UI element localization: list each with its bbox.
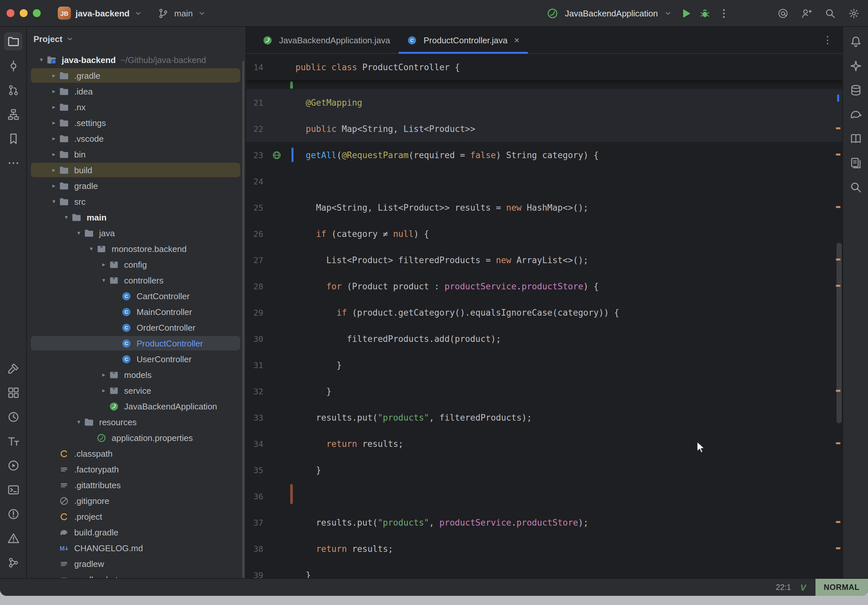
run-configuration-name[interactable]: JavaBackendApplication	[565, 8, 658, 18]
code-line-30[interactable]: 30 filteredProducts.add(product);	[246, 325, 842, 352]
code-line-24[interactable]: 24	[246, 168, 842, 194]
tree-item-build[interactable]: ▸build	[27, 162, 246, 178]
chevron-right-icon[interactable]: ▸	[49, 119, 59, 126]
chevron-right-icon[interactable]: ▸	[49, 183, 59, 189]
tree-item-service[interactable]: ▸service	[27, 382, 246, 398]
chevron-right-icon[interactable]: ▸	[99, 261, 109, 268]
editor-scrollbar-thumb[interactable]	[837, 243, 842, 423]
editor-tab-javabackendapplication-java[interactable]: JavaBackendApplication.java	[254, 27, 398, 53]
chevron-right-icon[interactable]: ▸	[99, 387, 109, 394]
run-button[interactable]	[679, 6, 692, 20]
ai-assistant-icon[interactable]	[846, 56, 865, 75]
tree-item-config[interactable]: ▸config	[27, 257, 246, 272]
notifications-icon[interactable]	[846, 32, 865, 51]
warning-stripe-mark[interactable]	[836, 521, 840, 523]
tree-item-maincontroller[interactable]: CMainController	[27, 304, 246, 320]
todo-icon[interactable]	[4, 432, 22, 450]
code-line-29[interactable]: 29 if (product.getCategory().equalsIgnor…	[246, 299, 842, 325]
tree-item-main[interactable]: ▾main	[27, 209, 246, 225]
run-icon[interactable]	[4, 456, 22, 474]
tree-item--nx[interactable]: ▸.nx	[27, 99, 246, 115]
code-line-27[interactable]: 27 List<Product> filteredProducts = new …	[246, 247, 842, 273]
gradle-icon[interactable]	[846, 105, 865, 123]
tree-item-productcontroller[interactable]: CProductController	[27, 335, 246, 351]
chevron-right-icon[interactable]: ▸	[49, 72, 59, 79]
code-line-38[interactable]: 38 return results;	[246, 535, 842, 562]
chevron-down-icon[interactable]: ▾	[36, 56, 46, 63]
tree-item-java[interactable]: ▾java	[27, 225, 246, 241]
tree-item--project[interactable]: .project	[27, 509, 246, 524]
tree-item-build-gradle[interactable]: build.gradle	[27, 524, 246, 540]
profiler-icon[interactable]	[4, 407, 22, 426]
code-line-37[interactable]: 37 results.put("products", productServic…	[246, 509, 842, 535]
pull-requests-icon[interactable]	[4, 81, 22, 99]
tree-item-gradlew-bat[interactable]: gradlew.bat	[27, 571, 246, 578]
code-line-35[interactable]: 35 }	[246, 457, 842, 483]
commit-icon[interactable]	[4, 56, 22, 75]
caret-stripe-mark[interactable]	[837, 94, 839, 102]
caret-position[interactable]: 22:1	[776, 583, 791, 592]
vcs-branch-widget[interactable]: main	[151, 4, 212, 22]
tree-item-cartcontroller[interactable]: CCartController	[27, 288, 246, 304]
code-with-me-icon[interactable]	[800, 6, 813, 20]
project-widget[interactable]: JB java-backend	[53, 4, 149, 22]
project-folder-icon[interactable]	[4, 32, 22, 51]
vcs-change-marker[interactable]	[290, 484, 293, 504]
code-line-26[interactable]: 26 if (category ≠ null) {	[246, 220, 842, 247]
minimize-window-button[interactable]	[20, 9, 28, 17]
version-control-icon[interactable]	[4, 553, 22, 571]
warning-stripe-mark[interactable]	[836, 547, 840, 549]
close-tab-icon[interactable]: ×	[514, 35, 519, 45]
project-panel-header[interactable]: Project	[27, 27, 246, 51]
code-line-28[interactable]: 28 for (Product product : productService…	[246, 273, 842, 299]
tree-item-changelog-md[interactable]: MCHANGELOG.md	[27, 540, 246, 556]
chevron-right-icon[interactable]: ▸	[49, 151, 59, 158]
tree-item-gradle[interactable]: ▸gradle	[27, 178, 246, 193]
tree-item-bin[interactable]: ▸bin	[27, 146, 246, 162]
tree-item-resources[interactable]: ▾resources	[27, 414, 246, 430]
library-icon[interactable]	[846, 153, 865, 172]
tree-item--gradle[interactable]: ▸.gradle	[27, 68, 246, 84]
tree-item--settings[interactable]: ▸.settings	[27, 115, 246, 131]
chevron-down-icon[interactable]	[664, 9, 673, 18]
code-line-31[interactable]: 31 }	[246, 352, 842, 378]
tree-item-gradlew[interactable]: gradlew	[27, 556, 246, 571]
vcs-change-marker[interactable]	[290, 81, 293, 88]
ideavim-icon[interactable]: V	[800, 582, 806, 592]
endpoint-gutter-icon[interactable]	[263, 150, 290, 160]
chevron-down-icon[interactable]: ▾	[86, 245, 96, 252]
chevron-right-icon[interactable]: ▸	[49, 88, 59, 94]
chevron-down-icon[interactable]: ▾	[61, 214, 71, 220]
code-line-33[interactable]: 33 results.put("products", filteredProdu…	[246, 404, 842, 430]
tree-item--classpath[interactable]: .classpath	[27, 446, 246, 461]
more-actions-button[interactable]	[717, 6, 730, 20]
ai-assistant-icon[interactable]	[776, 6, 789, 20]
code-editor[interactable]: 14public class ProductController { 21 @G…	[246, 54, 842, 578]
code-line-32[interactable]: 32 }	[246, 378, 842, 404]
project-panel-scrollbar[interactable]	[242, 61, 244, 578]
chevron-right-icon[interactable]: ▸	[99, 371, 109, 378]
chevron-down-icon[interactable]: ▾	[99, 277, 109, 283]
tree-item-javabackendapplication[interactable]: JavaBackendApplication	[27, 398, 246, 414]
sticky-code-line[interactable]: 14public class ProductController {	[246, 54, 842, 80]
tree-item--idea[interactable]: ▸.idea	[27, 84, 246, 99]
code-line-36[interactable]: 36	[246, 483, 842, 509]
tree-item-application-properties[interactable]: application.properties	[27, 430, 246, 446]
tree-item-monostore-backend[interactable]: ▾monostore.backend	[27, 241, 246, 257]
chevron-right-icon[interactable]: ▸	[49, 135, 59, 142]
warning-stripe-mark[interactable]	[836, 127, 840, 129]
chevron-down-icon[interactable]: ▾	[49, 198, 59, 205]
debug-button[interactable]	[698, 6, 711, 20]
close-window-button[interactable]	[6, 9, 14, 17]
tree-item--vscode[interactable]: ▸.vscode	[27, 131, 246, 146]
tree-item-ordercontroller[interactable]: COrderController	[27, 320, 246, 335]
editor-tab-productcontroller-java[interactable]: CProductController.java×	[398, 27, 528, 53]
code-line-39[interactable]: 39 }	[246, 562, 842, 578]
chevron-right-icon[interactable]: ▸	[49, 104, 59, 110]
chevron-down-icon[interactable]: ▾	[74, 419, 84, 425]
warnings-icon[interactable]	[4, 529, 22, 547]
zoom-window-button[interactable]	[33, 9, 41, 17]
code-line-22[interactable]: 22 public Map<String, List<Product>>	[246, 116, 842, 142]
bookmarks-icon[interactable]	[4, 129, 22, 148]
tree-item-src[interactable]: ▾src	[27, 193, 246, 209]
